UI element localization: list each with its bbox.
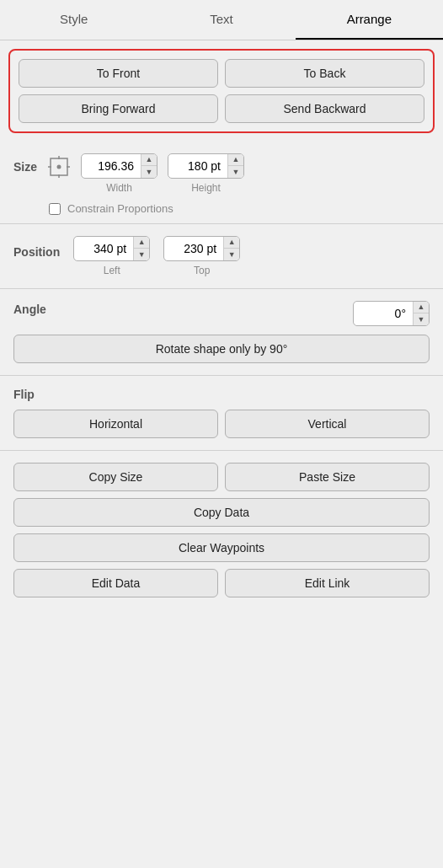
constrain-row: Constrain Proportions	[13, 202, 430, 215]
left-field-group: ▲ ▼ Left	[73, 236, 150, 276]
angle-row: Angle ▲ ▼	[13, 301, 430, 326]
order-row-1: To Front To Back	[19, 59, 424, 88]
top-field-group: ▲ ▼ Top	[163, 236, 240, 276]
edit-data-button[interactable]: Edit Data	[13, 569, 218, 597]
copy-data-button[interactable]: Copy Data	[13, 498, 430, 527]
angle-label: Angle	[13, 303, 46, 316]
top-down-button[interactable]: ▼	[224, 249, 239, 260]
rotate-shape-button[interactable]: Rotate shape only by 90°	[13, 335, 430, 363]
angle-spinner-buttons: ▲ ▼	[413, 302, 429, 325]
left-label: Left	[104, 265, 120, 276]
width-spinner[interactable]: ▲ ▼	[81, 153, 157, 179]
top-spinner-buttons: ▲ ▼	[223, 237, 239, 260]
order-section: To Front To Back Bring Forward Send Back…	[8, 49, 435, 133]
height-up-button[interactable]: ▲	[228, 154, 243, 166]
size-label: Size	[13, 153, 37, 174]
height-spinner[interactable]: ▲ ▼	[168, 153, 244, 179]
flip-buttons-row: Horizontal Vertical	[13, 410, 430, 438]
width-up-button[interactable]: ▲	[141, 154, 157, 166]
angle-down-button[interactable]: ▼	[414, 313, 429, 325]
height-down-button[interactable]: ▼	[228, 166, 243, 178]
width-spinner-buttons: ▲ ▼	[141, 154, 157, 178]
width-input[interactable]	[82, 154, 141, 178]
position-row: Position ▲ ▼ Left ▲ ▼ Top	[13, 236, 430, 276]
send-backward-button[interactable]: Send Backward	[225, 94, 424, 123]
clear-waypoints-button[interactable]: Clear Waypoints	[13, 533, 430, 562]
tab-text[interactable]: Text	[147, 0, 295, 40]
flip-section: Flip Horizontal Vertical	[0, 376, 443, 451]
top-input[interactable]	[164, 237, 223, 260]
tab-style[interactable]: Style	[0, 0, 147, 40]
left-spinner-buttons: ▲ ▼	[133, 237, 149, 260]
width-label: Width	[106, 182, 132, 194]
tab-bar: Style Text Arrange	[0, 0, 443, 40]
left-up-button[interactable]: ▲	[134, 237, 149, 249]
svg-point-5	[57, 165, 61, 169]
edit-link-button[interactable]: Edit Link	[225, 569, 430, 597]
angle-input[interactable]	[354, 302, 413, 325]
width-field-group: ▲ ▼ Width	[81, 153, 157, 194]
bring-forward-button[interactable]: Bring Forward	[19, 94, 218, 123]
bottom-section: Copy Size Paste Size Copy Data Clear Way…	[0, 451, 443, 609]
paste-size-button[interactable]: Paste Size	[225, 463, 430, 491]
left-input[interactable]	[74, 237, 133, 260]
height-spinner-buttons: ▲ ▼	[227, 154, 243, 178]
size-icon	[45, 153, 72, 180]
tab-arrange[interactable]: Arrange	[296, 0, 443, 40]
constrain-checkbox[interactable]	[49, 203, 61, 215]
angle-up-button[interactable]: ▲	[414, 302, 429, 313]
angle-section: Angle ▲ ▼ Rotate shape only by 90°	[0, 289, 443, 376]
constrain-label: Constrain Proportions	[67, 202, 173, 215]
position-section: Position ▲ ▼ Left ▲ ▼ Top	[0, 224, 443, 289]
copy-size-button[interactable]: Copy Size	[13, 463, 218, 491]
position-label: Position	[13, 245, 60, 259]
top-label: Top	[194, 265, 210, 276]
height-input[interactable]	[168, 154, 227, 178]
flip-vertical-button[interactable]: Vertical	[225, 410, 430, 438]
top-spinner[interactable]: ▲ ▼	[163, 236, 240, 261]
angle-field-group: ▲ ▼	[353, 301, 430, 326]
height-label: Height	[191, 182, 221, 194]
width-down-button[interactable]: ▼	[141, 166, 157, 178]
height-field-group: ▲ ▼ Height	[168, 153, 244, 194]
to-front-button[interactable]: To Front	[19, 59, 218, 88]
flip-horizontal-button[interactable]: Horizontal	[13, 410, 218, 438]
to-back-button[interactable]: To Back	[225, 59, 424, 88]
flip-label: Flip	[13, 388, 430, 401]
top-up-button[interactable]: ▲	[224, 237, 239, 249]
copy-paste-row: Copy Size Paste Size	[13, 463, 430, 491]
left-down-button[interactable]: ▼	[134, 249, 149, 260]
order-row-2: Bring Forward Send Backward	[19, 94, 424, 123]
size-fields: ▲ ▼ Width ▲ ▼ Height	[81, 153, 244, 194]
size-section: Size ▲ ▼ Width	[0, 142, 443, 224]
left-spinner[interactable]: ▲ ▼	[73, 236, 150, 261]
angle-spinner[interactable]: ▲ ▼	[353, 301, 430, 326]
edit-row: Edit Data Edit Link	[13, 569, 430, 597]
